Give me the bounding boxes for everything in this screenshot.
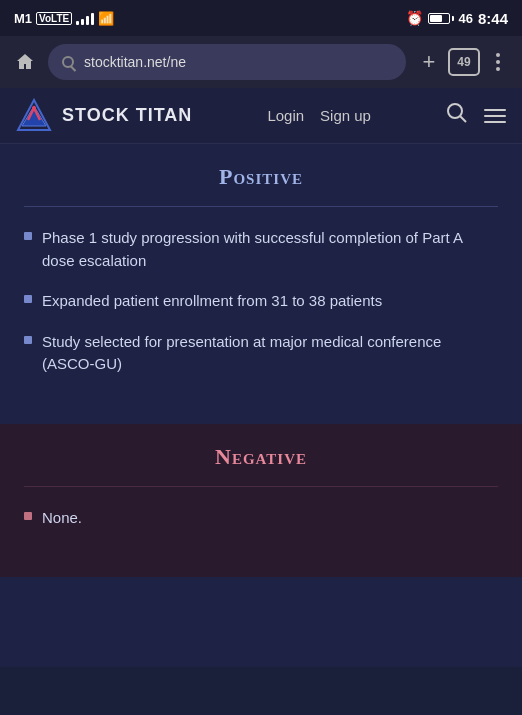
hamburger-menu-icon[interactable]: [484, 109, 506, 123]
volte-badge: VoLTE: [36, 12, 72, 25]
nav-bar: STOCK TITAN Login Sign up: [0, 88, 522, 144]
list-item: Study selected for presentation at major…: [24, 331, 498, 376]
signup-link[interactable]: Sign up: [320, 107, 371, 124]
nav-links: Login Sign up: [267, 107, 371, 124]
negative-title: Negative: [24, 444, 498, 470]
status-left: M1 VoLTE 📶: [14, 11, 114, 26]
more-options-button[interactable]: [484, 48, 512, 76]
url-text: stocktitan.net/ne: [84, 54, 186, 70]
search-icon[interactable]: [446, 102, 468, 129]
signal-bar-1: [76, 21, 79, 25]
negative-section: Negative None.: [0, 424, 522, 578]
negative-divider: [24, 486, 498, 487]
wifi-icon: 📶: [98, 11, 114, 26]
positive-bullets: Phase 1 study progression with successfu…: [24, 227, 498, 376]
bullet-text: Expanded patient enrollment from 31 to 3…: [42, 290, 382, 313]
stocktitan-logo-icon: [16, 98, 52, 134]
site-security-icon: [60, 54, 76, 70]
list-item: Phase 1 study progression with successfu…: [24, 227, 498, 272]
carrier-label: M1: [14, 11, 32, 26]
svg-point-2: [32, 106, 36, 110]
bullet-icon: [24, 336, 32, 344]
signal-bar-4: [91, 13, 94, 25]
nav-actions: [446, 102, 506, 129]
signal-bar-3: [86, 16, 89, 25]
main-content: Positive Phase 1 study progression with …: [0, 144, 522, 667]
negative-bullets: None.: [24, 507, 498, 530]
status-bar: M1 VoLTE 📶 ⏰ 46 8:44: [0, 0, 522, 36]
positive-title: Positive: [24, 164, 498, 190]
bullet-text: Study selected for presentation at major…: [42, 331, 498, 376]
bullet-icon: [24, 512, 32, 520]
list-item: None.: [24, 507, 498, 530]
status-right: ⏰ 46 8:44: [406, 10, 509, 27]
browser-bar: stocktitan.net/ne + 49: [0, 36, 522, 88]
signal-bar-2: [81, 19, 84, 25]
home-button[interactable]: [10, 47, 40, 77]
bullet-text: Phase 1 study progression with successfu…: [42, 227, 498, 272]
signal-bars: [76, 11, 94, 25]
battery-indicator: [428, 13, 454, 24]
alarm-icon: ⏰: [406, 10, 423, 26]
positive-divider: [24, 206, 498, 207]
svg-point-3: [448, 104, 462, 118]
bullet-icon: [24, 295, 32, 303]
new-tab-button[interactable]: +: [414, 47, 444, 77]
positive-section: Positive Phase 1 study progression with …: [0, 144, 522, 424]
address-bar[interactable]: stocktitan.net/ne: [48, 44, 406, 80]
login-link[interactable]: Login: [267, 107, 304, 124]
tabs-button[interactable]: 49: [448, 48, 480, 76]
list-item: Expanded patient enrollment from 31 to 3…: [24, 290, 498, 313]
bullet-text: None.: [42, 507, 82, 530]
svg-line-4: [460, 116, 466, 122]
battery-percent: 46: [459, 11, 473, 26]
browser-actions: + 49: [414, 47, 512, 77]
nav-logo[interactable]: STOCK TITAN: [16, 98, 192, 134]
clock: 8:44: [478, 10, 508, 27]
logo-text: STOCK TITAN: [62, 105, 192, 126]
bullet-icon: [24, 232, 32, 240]
